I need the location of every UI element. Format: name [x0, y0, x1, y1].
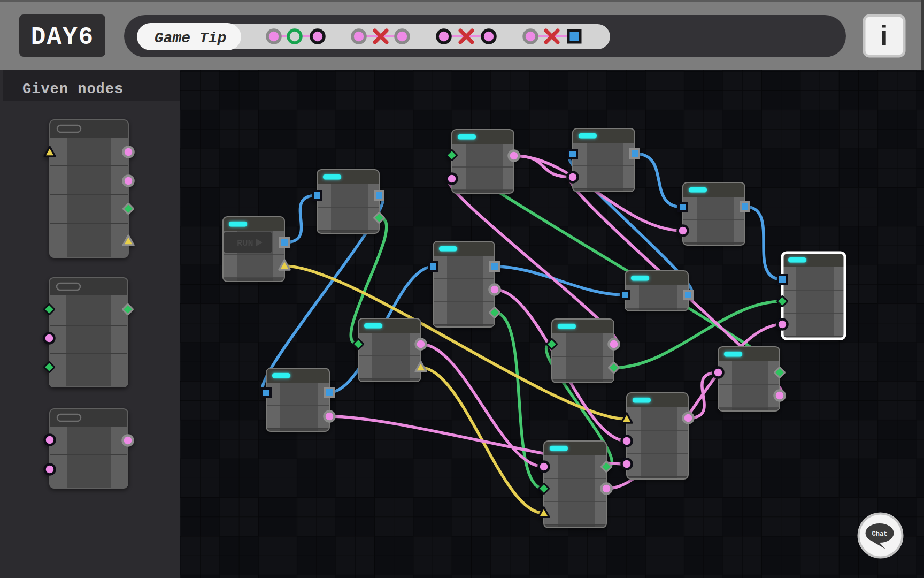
- svg-text:RUN: RUN: [237, 238, 253, 248]
- svg-text:Game Tip: Game Tip: [155, 30, 226, 47]
- svg-text:DAY6: DAY6: [31, 24, 94, 51]
- svg-text:i: i: [880, 19, 888, 51]
- svg-text:Given nodes: Given nodes: [22, 81, 124, 97]
- svg-text:Chat: Chat: [872, 530, 888, 538]
